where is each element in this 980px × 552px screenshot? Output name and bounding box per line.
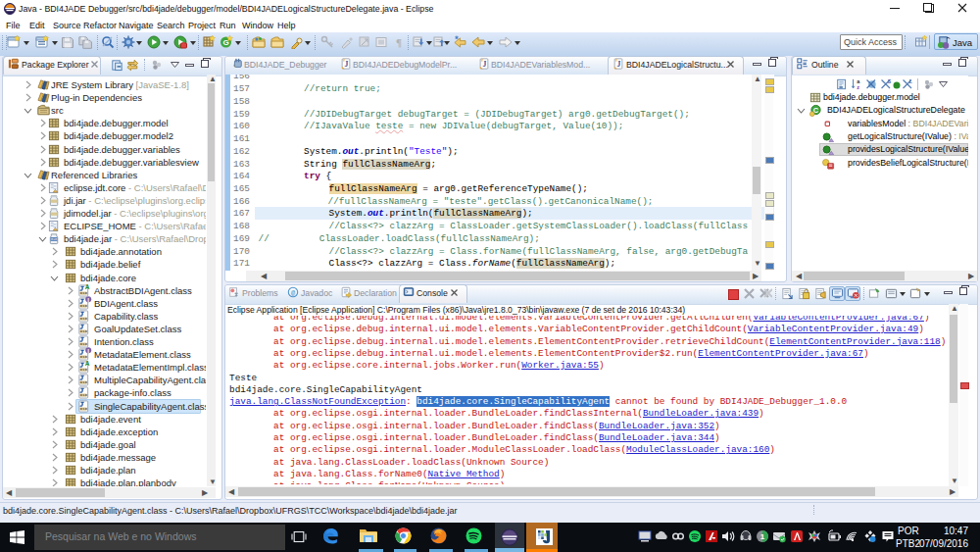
svg-text:G: G [222,38,228,47]
svg-text:z: z [857,84,859,90]
svg-text:a: a [857,78,860,84]
svg-text:1: 1 [760,532,765,541]
svg-text:¶: ¶ [396,36,402,48]
